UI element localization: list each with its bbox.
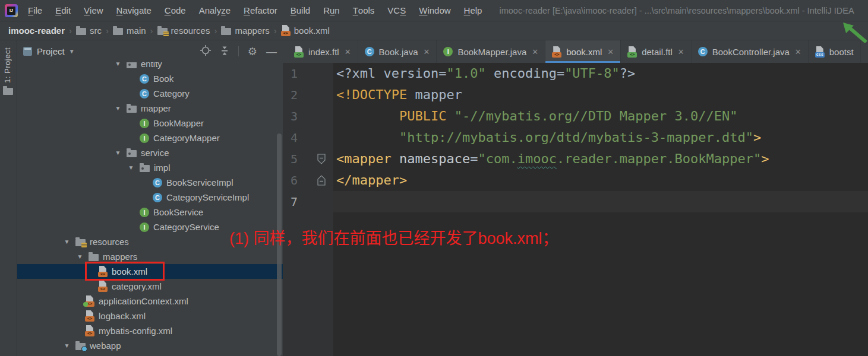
menu-run[interactable]: Run (317, 0, 346, 21)
line-number: 3 (283, 106, 333, 127)
intellij-logo (5, 4, 18, 17)
close-icon[interactable]: ✕ (795, 47, 801, 56)
ftl-file-icon (627, 46, 637, 58)
project-panel-title[interactable]: Project (37, 46, 65, 56)
breadcrumb-imooc-reader[interactable]: imooc-reader (6, 26, 67, 36)
tree-item-categorymapper[interactable]: ICategoryMapper (17, 131, 283, 145)
menu-edit[interactable]: Edit (49, 0, 77, 21)
class-icon: C (698, 47, 708, 56)
menu-vcs[interactable]: VCS (381, 0, 412, 21)
folder-icon (221, 28, 231, 35)
code-editor[interactable]: <?xml version="1.0" encoding="UTF-8"?> <… (333, 63, 868, 356)
interface-icon: I (140, 223, 149, 232)
close-icon[interactable]: ✕ (532, 47, 538, 56)
project-panel-header: Project ▼ ⚙ — (17, 40, 283, 62)
package-folder-icon (127, 106, 137, 113)
menu-bar: File Edit View Navigate Code Analyze Ref… (0, 0, 868, 21)
tree-item-mybatis-config-xml[interactable]: mybatis-config.xml (17, 323, 283, 338)
breadcrumb-resources[interactable]: resources (155, 26, 213, 36)
menu-code[interactable]: Code (158, 0, 192, 21)
menu-help[interactable]: Help (457, 0, 489, 21)
settings-icon[interactable]: ⚙ (248, 46, 257, 57)
tree-item-category-xml[interactable]: category.xml (17, 279, 283, 294)
menu-window[interactable]: Window (412, 0, 457, 21)
project-tree: ▼entity CBook CCategory ▼mapper IBookMap… (17, 56, 283, 356)
line-number: 7 (283, 191, 333, 212)
tab-bookcontroller-java[interactable]: CBookController.java✕ (692, 40, 809, 63)
tree-item-logback-xml[interactable]: logback.xml (17, 309, 283, 323)
project-tool-window-button[interactable]: 1: Project (3, 47, 12, 83)
tree-item-category[interactable]: CCategory (17, 86, 283, 101)
xml-file-icon (85, 325, 94, 336)
tree-item-applicationcontext-xml[interactable]: applicationContext.xml (17, 294, 283, 309)
tool-window-bar: 1: Project (0, 40, 17, 356)
line-number: 4 (283, 127, 333, 148)
tree-item-webapp[interactable]: ▼webapp (17, 338, 283, 353)
red-annotation-box (85, 262, 165, 281)
menu-file[interactable]: File (21, 0, 49, 21)
folder-icon[interactable] (3, 88, 13, 95)
close-icon[interactable]: ✕ (607, 47, 614, 56)
tab-book-xml[interactable]: book.xml✕ (545, 40, 621, 63)
menu-navigate[interactable]: Navigate (110, 0, 158, 21)
close-icon[interactable]: ✕ (423, 47, 430, 56)
code-line-5: <mapper namespace="com.imooc.reader.mapp… (333, 148, 868, 170)
xml-file-icon (98, 281, 108, 292)
editor-tab-bar: index.ftl✕ CBook.java✕ IBookMapper.java✕… (283, 40, 868, 63)
breadcrumb-separator: › (104, 26, 111, 36)
xml-file-icon (552, 46, 561, 58)
tree-item-bookserviceimpl[interactable]: CBookServiceImpl (17, 175, 283, 190)
code-line-6: </mapper> (333, 170, 868, 191)
tree-item-impl[interactable]: ▼impl (17, 160, 283, 175)
editor-gutter: 1 2 3 4 5 6 7 (283, 63, 333, 356)
project-panel: ▼entity CBook CCategory ▼mapper IBookMap… (17, 40, 283, 356)
collapse-all-icon[interactable] (220, 46, 229, 58)
menu-view[interactable]: View (77, 0, 110, 21)
breadcrumb-book-xml[interactable]: book.xml (279, 25, 332, 36)
breadcrumb-main[interactable]: main (111, 26, 149, 36)
menu-tools[interactable]: Tools (346, 0, 381, 21)
tab-detail-ftl[interactable]: detail.ftl✕ (621, 40, 692, 63)
menu-build[interactable]: Build (284, 0, 317, 21)
project-view-icon (23, 47, 32, 56)
chevron-down-icon[interactable]: ▼ (62, 239, 71, 245)
red-annotation-text: (1) 同样，我们在前面也已经开发了book.xml； (229, 225, 558, 249)
hide-panel-icon[interactable]: — (266, 46, 277, 57)
chevron-down-icon[interactable]: ▼ (127, 164, 135, 171)
fold-start-icon[interactable] (317, 154, 326, 164)
fold-end-icon[interactable] (317, 175, 326, 186)
tab-bootstrap[interactable]: bootst (809, 40, 861, 63)
locate-icon[interactable] (200, 45, 211, 58)
tree-item-book[interactable]: CBook (17, 71, 283, 86)
chevron-down-icon[interactable]: ▼ (113, 150, 122, 156)
chevron-down-icon[interactable]: ▼ (75, 253, 84, 260)
tree-item-mapper[interactable]: ▼mapper (17, 101, 283, 116)
interface-icon: I (140, 134, 149, 143)
line-number: 2 (283, 84, 333, 106)
class-icon: C (365, 47, 374, 56)
chevron-down-icon[interactable]: ▼ (62, 342, 71, 349)
chevron-down-icon[interactable]: ▼ (113, 105, 122, 112)
breadcrumb-separator: › (212, 26, 219, 36)
close-icon[interactable]: ✕ (678, 47, 684, 56)
ftl-file-icon (294, 46, 304, 58)
tab-index-ftl[interactable]: index.ftl✕ (288, 40, 358, 63)
tab-book-java[interactable]: CBook.java✕ (358, 40, 437, 63)
breadcrumb-mappers[interactable]: mappers (219, 26, 272, 36)
tree-item-service[interactable]: ▼service (17, 145, 283, 160)
tree-item-bookmapper[interactable]: IBookMapper (17, 116, 283, 131)
interface-icon: I (140, 119, 149, 128)
menu-analyze[interactable]: Analyze (192, 0, 237, 21)
close-icon[interactable]: ✕ (345, 47, 351, 56)
menu-refactor[interactable]: Refactor (237, 0, 284, 21)
css-file-icon (815, 46, 825, 58)
tree-item-categoryserviceimpl[interactable]: CCategoryServiceImpl (17, 190, 283, 205)
code-line-2: <!DOCTYPE mapper (333, 84, 868, 106)
caret-line-highlight (333, 191, 868, 212)
tree-item-bookservice[interactable]: IBookService (17, 205, 283, 220)
class-icon: C (140, 74, 149, 84)
tab-bookmapper-java[interactable]: IBookMapper.java✕ (437, 40, 545, 63)
package-folder-icon (140, 165, 150, 172)
breadcrumb-src[interactable]: src (74, 26, 104, 36)
chevron-down-icon[interactable]: ▼ (69, 48, 75, 55)
